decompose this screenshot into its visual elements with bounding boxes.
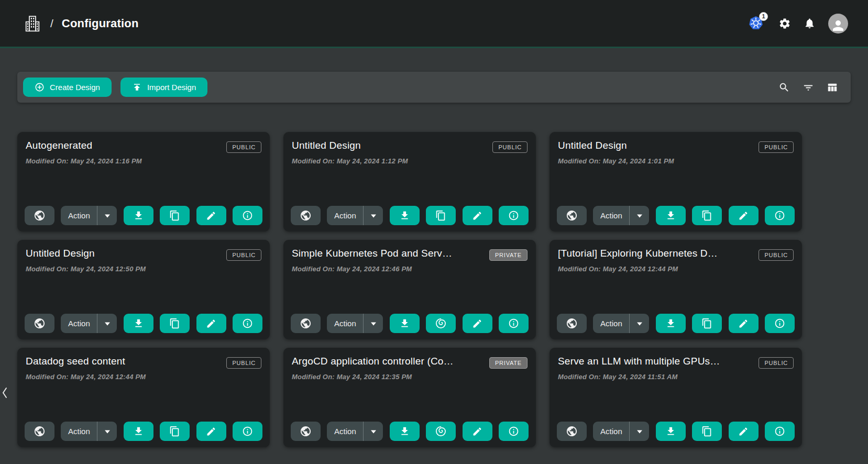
action-split-button[interactable]: Action	[61, 206, 117, 225]
user-avatar[interactable]	[828, 14, 848, 34]
action-button-label[interactable]: Action	[327, 422, 364, 441]
action-split-button[interactable]: Action	[593, 422, 649, 441]
card-fourth-action-button[interactable]	[426, 314, 456, 333]
card-header: Simple Kubernetes Pod and Serv… PRIVATE	[292, 248, 528, 261]
download-button[interactable]	[656, 314, 686, 333]
design-card: ArgoCD application controller (Co… PRIVA…	[283, 348, 536, 447]
info-button[interactable]	[233, 422, 262, 441]
create-design-button[interactable]: Create Design	[23, 78, 112, 97]
modified-on-label: Modified On: May 24, 2024 1:01 PM	[558, 157, 794, 165]
modified-on-label: Modified On: May 24, 2024 12:35 PM	[292, 373, 528, 381]
action-split-button[interactable]: Action	[593, 206, 649, 225]
info-button[interactable]	[499, 206, 529, 225]
download-button[interactable]	[390, 314, 420, 333]
filter-button[interactable]	[803, 82, 814, 93]
breadcrumb: / Configuration	[23, 14, 139, 33]
visibility-globe-button[interactable]	[291, 314, 321, 333]
kubernetes-context-button[interactable]: 1	[748, 15, 766, 32]
card-fourth-action-button[interactable]	[160, 422, 190, 441]
building-icon	[23, 14, 42, 33]
action-split-button[interactable]: Action	[61, 422, 117, 441]
action-dropdown-toggle[interactable]	[364, 314, 383, 333]
edit-button[interactable]	[463, 206, 492, 225]
notifications-button[interactable]	[804, 17, 816, 29]
action-button-label[interactable]: Action	[593, 314, 630, 333]
edit-button[interactable]	[729, 314, 759, 333]
visibility-globe-button[interactable]	[25, 206, 54, 225]
action-dropdown-toggle[interactable]	[630, 314, 649, 333]
card-header: Untitled Design PUBLIC	[292, 140, 528, 153]
download-button[interactable]	[124, 314, 153, 333]
info-button[interactable]	[765, 314, 795, 333]
card-header: Autogenerated PUBLIC	[26, 140, 261, 153]
edit-button[interactable]	[196, 422, 226, 441]
visibility-globe-button[interactable]	[557, 206, 587, 225]
edit-button[interactable]	[729, 206, 759, 225]
visibility-globe-button[interactable]	[557, 422, 587, 441]
settings-button[interactable]	[778, 17, 791, 30]
globe-icon	[300, 425, 312, 437]
download-button[interactable]	[390, 206, 420, 225]
edit-button[interactable]	[196, 206, 226, 225]
info-button[interactable]	[765, 206, 795, 225]
card-fourth-action-button[interactable]	[160, 206, 190, 225]
action-dropdown-toggle[interactable]	[630, 422, 649, 441]
search-button[interactable]	[778, 82, 790, 93]
action-split-button[interactable]: Action	[61, 314, 117, 333]
design-title: Simple Kubernetes Pod and Serv…	[292, 248, 452, 259]
download-button[interactable]	[124, 206, 153, 225]
info-button[interactable]	[499, 314, 529, 333]
visibility-globe-button[interactable]	[25, 422, 54, 441]
copy-icon	[169, 426, 180, 437]
card-fourth-action-button[interactable]	[692, 314, 722, 333]
card-fourth-action-button[interactable]	[426, 422, 456, 441]
visibility-globe-button[interactable]	[557, 314, 587, 333]
action-button-label[interactable]: Action	[327, 206, 364, 225]
download-button[interactable]	[390, 422, 420, 441]
visibility-globe-button[interactable]	[291, 206, 321, 225]
edit-button[interactable]	[463, 422, 492, 441]
action-button-label[interactable]: Action	[593, 422, 630, 441]
pencil-icon	[206, 211, 216, 221]
info-button[interactable]	[499, 422, 529, 441]
info-button[interactable]	[233, 314, 262, 333]
edit-button[interactable]	[729, 422, 759, 441]
info-icon	[242, 318, 253, 329]
action-button-label[interactable]: Action	[61, 422, 97, 441]
action-split-button[interactable]: Action	[593, 314, 649, 333]
action-dropdown-toggle[interactable]	[364, 422, 383, 441]
info-button[interactable]	[233, 206, 262, 225]
visibility-globe-button[interactable]	[291, 422, 321, 441]
action-dropdown-toggle[interactable]	[97, 206, 117, 225]
visibility-globe-button[interactable]	[25, 314, 54, 333]
download-button[interactable]	[656, 206, 686, 225]
action-split-button[interactable]: Action	[327, 206, 383, 225]
import-design-button[interactable]: Import Design	[120, 78, 207, 97]
sidebar-collapse-handle[interactable]	[1, 385, 10, 400]
card-fourth-action-button[interactable]	[160, 314, 190, 333]
action-split-button[interactable]: Action	[327, 314, 383, 333]
card-fourth-action-button[interactable]	[426, 206, 456, 225]
download-button[interactable]	[656, 422, 686, 441]
card-header: Untitled Design PUBLIC	[558, 140, 794, 153]
edit-button[interactable]	[196, 314, 226, 333]
action-button-label[interactable]: Action	[327, 314, 364, 333]
action-button-label[interactable]: Action	[61, 314, 97, 333]
card-fourth-action-button[interactable]	[692, 206, 722, 225]
action-dropdown-toggle[interactable]	[97, 314, 117, 333]
edit-button[interactable]	[463, 314, 492, 333]
action-dropdown-toggle[interactable]	[630, 206, 649, 225]
download-button[interactable]	[124, 422, 153, 441]
organization-logo[interactable]	[23, 14, 42, 33]
action-dropdown-toggle[interactable]	[364, 206, 383, 225]
table-view-button[interactable]	[827, 82, 838, 93]
copy-icon	[701, 318, 712, 329]
action-button-label[interactable]: Action	[593, 206, 630, 225]
action-split-button[interactable]: Action	[327, 422, 383, 441]
action-dropdown-toggle[interactable]	[97, 422, 117, 441]
action-button-label[interactable]: Action	[61, 206, 97, 225]
info-icon	[774, 426, 785, 437]
chevron-down-icon	[104, 429, 111, 434]
info-button[interactable]	[765, 422, 795, 441]
card-fourth-action-button[interactable]	[692, 422, 722, 441]
